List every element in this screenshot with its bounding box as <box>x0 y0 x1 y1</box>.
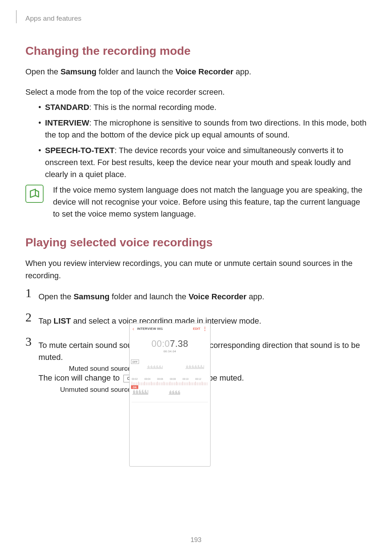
waveform-muted <box>131 364 209 371</box>
callout-unmuted: Unmuted sound source <box>60 385 131 394</box>
waveform-unmuted <box>131 390 209 397</box>
paragraph-open-app: Open the Samsung folder and launch the V… <box>25 66 367 78</box>
note-block: If the voice memo system language does n… <box>25 184 367 220</box>
leader-line-muted <box>119 369 130 369</box>
mode-speech-to-text: SPEECH-TO-TEXT: The device records your … <box>38 144 367 180</box>
section-title-changing-mode: Changing the recording mode <box>25 44 367 58</box>
page-number: 193 <box>0 536 392 544</box>
playback-time: 00:07.38 <box>130 338 210 349</box>
paragraph-select-mode: Select a mode from the top of the voice … <box>25 86 367 98</box>
recording-title: INTERVIEW 001 <box>137 327 193 331</box>
muted-track: OFF <box>130 360 210 376</box>
breadcrumb-divider <box>16 10 17 23</box>
more-icon[interactable]: ⋮ <box>203 327 207 331</box>
note-icon <box>25 185 44 203</box>
paragraph-play-intro: When you review interview recordings, yo… <box>25 257 367 282</box>
back-chevron-icon[interactable]: ‹ <box>132 326 134 332</box>
breadcrumb-text: Apps and features <box>25 15 81 22</box>
note-text: If the voice memo system language does n… <box>53 184 367 220</box>
time-ruler <box>130 381 210 385</box>
time-ticks: 00:02 00:04 00:06 00:08 00:10 00:12 <box>130 378 210 380</box>
edit-button[interactable]: EDIT <box>193 327 200 331</box>
on-badge[interactable]: ON <box>131 385 138 389</box>
voice-recorder-screenshot: ‹ INTERVIEW 001 EDIT ⋮ 00:07.38 00:34.04… <box>129 323 211 467</box>
mode-standard: STANDARD: This is the normal recording m… <box>38 101 367 113</box>
manual-page: Apps and features Changing the recording… <box>0 0 392 554</box>
callout-muted: Muted sound source <box>69 364 131 373</box>
off-badge[interactable]: OFF <box>131 360 139 364</box>
breadcrumb: Apps and features <box>16 14 367 23</box>
mode-interview: INTERVIEW: The microphone is sensitive t… <box>38 117 367 141</box>
phone-header: ‹ INTERVIEW 001 EDIT ⋮ <box>130 323 210 334</box>
divider <box>132 402 208 402</box>
total-duration: 00:34.04 <box>130 350 210 353</box>
section-title-playing: Playing selected voice recordings <box>25 236 367 249</box>
step-1: Open the Samsung folder and launch the V… <box>25 291 367 303</box>
mode-list: STANDARD: This is the normal recording m… <box>25 101 367 180</box>
unmuted-track: ON <box>130 385 210 401</box>
